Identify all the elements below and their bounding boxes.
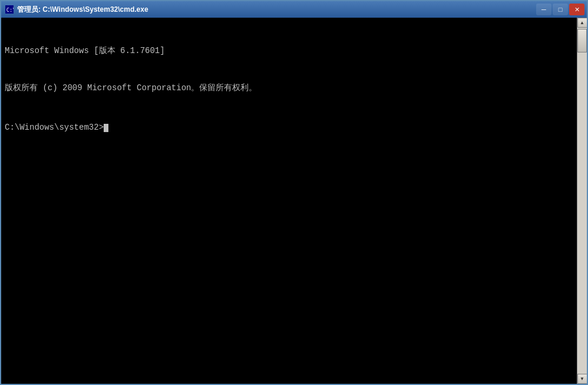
console-output: Microsoft Windows [版本 6.1.7601] 版权所有 (c)… [5,20,573,159]
maximize-button[interactable]: □ [553,4,568,15]
cmd-icon: C:\ [5,5,14,14]
title-buttons: ─ □ ✕ [536,4,584,15]
cmd-window: C:\ 管理员: C:\Windows\System32\cmd.exe ─ □… [0,0,588,385]
scroll-track[interactable] [577,28,587,374]
close-button[interactable]: ✕ [569,4,584,15]
console-line-2: 版权所有 (c) 2009 Microsoft Corporation。保留所有… [5,82,573,94]
title-bar: C:\ 管理员: C:\Windows\System32\cmd.exe ─ □… [1,1,587,18]
scroll-up-button[interactable]: ▲ [577,18,587,28]
console-line-1: Microsoft Windows [版本 6.1.7601] [5,45,573,57]
scroll-thumb[interactable] [577,29,587,52]
svg-text:C:\: C:\ [6,7,14,13]
scroll-down-button[interactable]: ▼ [577,374,587,384]
scrollbar-vertical[interactable]: ▲ ▼ [577,18,587,384]
window-title: 管理员: C:\Windows\System32\cmd.exe [17,5,148,15]
cursor-blink [104,124,108,132]
window-body: Microsoft Windows [版本 6.1.7601] 版权所有 (c)… [1,18,587,384]
console-line-3: C:\Windows\system32> [5,121,573,134]
title-bar-left: C:\ 管理员: C:\Windows\System32\cmd.exe [5,5,148,15]
console-area[interactable]: Microsoft Windows [版本 6.1.7601] 版权所有 (c)… [1,18,577,384]
minimize-button[interactable]: ─ [536,4,551,15]
